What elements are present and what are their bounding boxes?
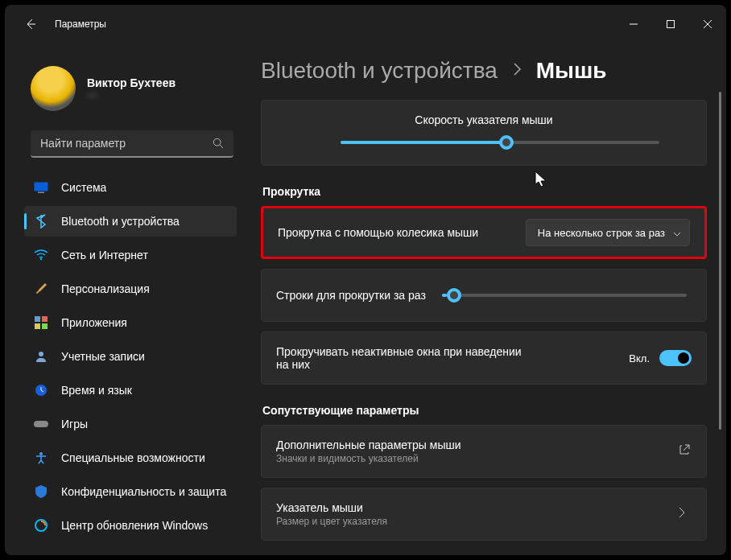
titlebar: Параметры [5,5,726,43]
accessibility-icon [34,451,48,465]
sidebar-item-label: Конфиденциальность и защита [61,485,226,498]
sidebar-item-label: Сеть и Интернет [61,249,148,261]
svg-point-9 [39,352,43,356]
chevron-right-icon [512,62,522,80]
svg-rect-2 [35,183,48,191]
sidebar-item-label: Игры [61,418,88,430]
lines-label: Строки для прокрутки за раз [276,289,426,302]
svg-rect-11 [34,421,48,427]
inactive-label: Прокручивать неактивные окна при наведен… [276,345,534,371]
sidebar: Виктор Бухтеев — Система Bluetooth и уст… [5,43,246,555]
scroll-section-header: Прокрутка [262,185,707,198]
advanced-mouse-card[interactable]: Дополнительные параметры мыши Значки и в… [261,425,707,478]
settings-window: Параметры Виктор Бухтеев — [5,5,726,555]
shield-icon [34,484,48,499]
maximize-button[interactable] [652,11,689,37]
display-icon [34,180,48,195]
sidebar-item-label: Специальные возможности [61,451,205,464]
update-icon [34,518,48,533]
svg-point-1 [213,138,221,146]
gamepad-icon [34,417,48,431]
search-input[interactable] [31,130,233,158]
sidebar-item-label: Персонализация [61,282,150,295]
brush-icon [34,282,48,296]
sidebar-item-network[interactable]: Сеть и Интернет [24,240,237,270]
nav: Система Bluetooth и устройства Сеть и Ин… [11,172,240,541]
svg-rect-6 [42,316,47,322]
wheel-scroll-card: Прокрутка с помощью колесика мыши На нес… [261,206,707,259]
main-content: Bluetooth и устройства Мышь Скорость ука… [246,43,726,555]
svg-rect-0 [667,21,675,28]
breadcrumb-l2: Мышь [536,58,607,84]
sidebar-item-label: Центр обновления Windows [61,519,208,532]
advanced-mouse-title: Дополнительные параметры мыши [276,439,461,451]
window-title: Параметры [55,19,106,30]
search-icon [213,138,224,152]
wheel-scroll-label: Прокрутка с помощью колесика мыши [278,226,478,239]
scrollbar[interactable] [719,92,721,546]
chevron-right-icon [679,507,692,521]
sidebar-item-time[interactable]: Время и язык [24,375,237,406]
sidebar-item-gaming[interactable]: Игры [24,409,237,439]
svg-rect-8 [42,323,47,329]
lines-card: Строки для прокрутки за раз [261,269,707,322]
close-button[interactable] [689,11,726,37]
person-icon [34,349,48,364]
advanced-mouse-sub: Значки и видимость указателей [276,453,461,464]
wifi-icon [34,248,48,262]
pointer-title: Указатель мыши [276,501,387,514]
sidebar-item-label: Приложения [61,316,127,329]
chevron-down-icon [673,227,681,239]
inactive-state: Вкл. [629,352,650,364]
pointer-speed-card: Скорость указателя мыши [261,100,707,166]
profile-name: Виктор Бухтеев [87,76,176,89]
breadcrumb: Bluetooth и устройства Мышь [261,58,707,84]
inactive-card: Прокручивать неактивные окна при наведен… [261,331,707,385]
profile[interactable]: Виктор Бухтеев — [11,43,240,127]
svg-rect-7 [35,323,40,329]
pointer-speed-label: Скорость указателя мыши [276,113,692,126]
sidebar-item-accounts[interactable]: Учетные записи [24,341,237,372]
back-icon[interactable] [23,16,39,32]
svg-rect-5 [35,316,40,322]
bluetooth-icon [34,214,48,229]
svg-point-12 [39,452,43,455]
lines-slider[interactable] [442,294,687,297]
sidebar-item-label: Учетные записи [61,350,145,363]
pointer-speed-slider[interactable] [341,141,659,144]
sidebar-item-bluetooth[interactable]: Bluetooth и устройства [24,206,237,237]
sidebar-item-update[interactable]: Центр обновления Windows [24,510,237,541]
pointer-card[interactable]: Указатель мыши Размер и цвет указателя [261,488,707,541]
sidebar-item-personalization[interactable]: Персонализация [24,274,237,304]
pointer-sub: Размер и цвет указателя [276,516,387,527]
sidebar-item-label: Bluetooth и устройства [61,215,180,228]
minimize-button[interactable] [615,11,652,37]
sidebar-item-accessibility[interactable]: Специальные возможности [24,443,237,473]
wheel-scroll-dropdown[interactable]: На несколько строк за раз [526,219,690,246]
related-section-header: Сопутствующие параметры [262,404,707,417]
sidebar-item-label: Система [61,181,106,194]
sidebar-item-label: Время и язык [61,384,132,397]
sidebar-item-system[interactable]: Система [24,172,237,203]
svg-point-4 [40,258,42,260]
svg-rect-3 [38,192,44,194]
sidebar-item-privacy[interactable]: Конфиденциальность и защита [24,476,237,507]
breadcrumb-l1[interactable]: Bluetooth и устройства [261,58,498,84]
apps-icon [34,315,48,330]
profile-email: — [87,89,176,101]
avatar [31,66,76,111]
sidebar-item-apps[interactable]: Приложения [24,307,237,338]
inactive-toggle[interactable] [659,350,692,366]
wheel-scroll-value: На несколько строк за раз [538,227,665,239]
external-link-icon [679,444,692,459]
clock-icon [34,383,48,397]
